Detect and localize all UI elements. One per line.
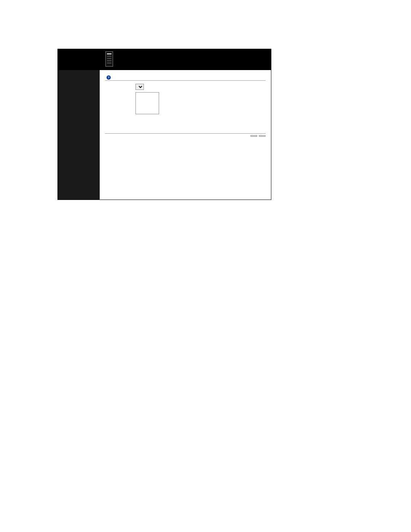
apply-button[interactable]	[259, 135, 266, 137]
help-icon[interactable]: ?	[107, 75, 111, 80]
panel-title: ?	[105, 75, 266, 80]
divider	[105, 80, 266, 81]
embedded-screenshot: ?	[57, 49, 271, 200]
users-select[interactable]	[135, 84, 144, 90]
switch-module-icon	[105, 51, 113, 67]
device-banner	[58, 49, 271, 70]
login-listbox[interactable]	[135, 92, 159, 114]
nav-tree[interactable]	[58, 70, 100, 200]
refresh-button[interactable]	[250, 135, 257, 137]
